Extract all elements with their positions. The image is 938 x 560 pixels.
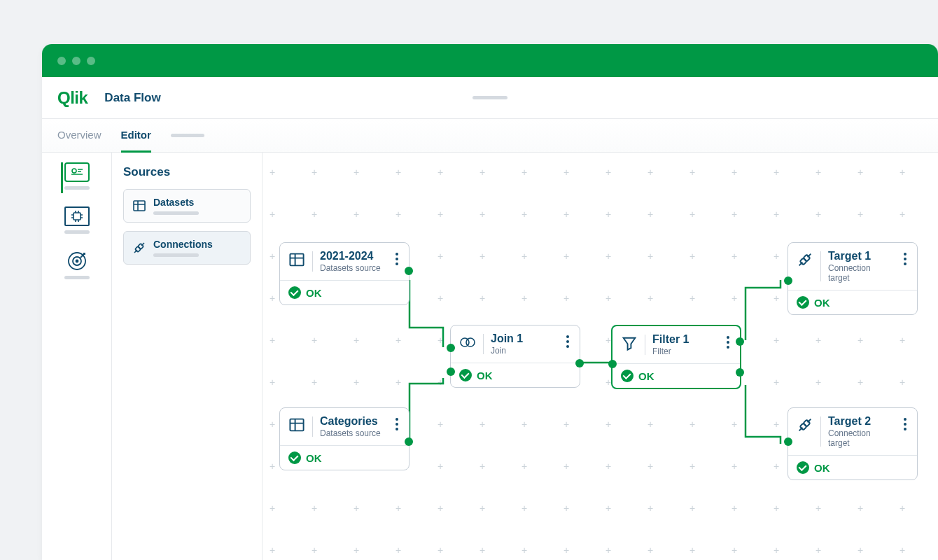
node-subtitle: Connection target bbox=[828, 428, 892, 448]
sidebar-item-connections[interactable]: Connections bbox=[123, 231, 251, 265]
svg-rect-9 bbox=[290, 419, 303, 431]
output-port[interactable] bbox=[405, 438, 413, 446]
input-port[interactable] bbox=[608, 360, 617, 368]
node-status: OK bbox=[306, 287, 322, 299]
filter-icon bbox=[621, 335, 638, 351]
node-title: 2021-2024 bbox=[320, 250, 384, 262]
ok-badge-icon bbox=[459, 369, 472, 382]
ok-badge-icon bbox=[621, 370, 634, 382]
node-status: OK bbox=[638, 370, 654, 382]
ok-badge-icon bbox=[797, 461, 809, 474]
table-icon bbox=[288, 251, 305, 268]
node-title: Categories bbox=[320, 415, 384, 428]
node-status: OK bbox=[814, 297, 830, 309]
svg-point-0 bbox=[72, 169, 76, 173]
node-menu-icon[interactable] bbox=[899, 415, 911, 430]
output-port[interactable] bbox=[405, 267, 413, 275]
input-port[interactable] bbox=[447, 368, 455, 376]
node-target-2[interactable]: Target 2 Connection target OK bbox=[788, 407, 918, 480]
plug-icon bbox=[797, 251, 813, 268]
ok-badge-icon bbox=[797, 296, 809, 309]
node-subtitle: Connection target bbox=[828, 263, 892, 283]
page-title: Data Flow bbox=[104, 91, 160, 105]
node-menu-icon[interactable] bbox=[391, 415, 403, 430]
flow-canvas[interactable]: ++++++++++++++++++++++++++++++++++++++++… bbox=[262, 153, 938, 560]
node-filter-1[interactable]: Filter 1 Filter OK bbox=[611, 325, 741, 389]
table-icon bbox=[132, 199, 146, 213]
node-status: OK bbox=[306, 452, 322, 464]
node-subtitle: Datasets source bbox=[320, 428, 384, 438]
svg-rect-8 bbox=[290, 254, 303, 266]
output-port[interactable] bbox=[575, 359, 584, 368]
tab-overview[interactable]: Overview bbox=[57, 119, 102, 153]
header-handle[interactable] bbox=[472, 96, 507, 99]
node-2021-2024[interactable]: 2021-2024 Datasets source OK bbox=[279, 242, 410, 305]
node-categories[interactable]: Categories Datasets source OK bbox=[279, 407, 410, 470]
tab-bar: Overview Editor bbox=[42, 119, 938, 153]
svg-rect-1 bbox=[74, 213, 80, 220]
sidebar-item-datasets[interactable]: Datasets bbox=[123, 189, 251, 223]
node-status: OK bbox=[477, 370, 493, 382]
node-title: Target 1 bbox=[828, 250, 892, 262]
input-port[interactable] bbox=[784, 276, 792, 285]
join-icon bbox=[459, 334, 476, 351]
ok-badge-icon bbox=[288, 451, 301, 464]
tab-editor[interactable]: Editor bbox=[121, 119, 151, 153]
target-icon bbox=[66, 251, 88, 272]
node-subtitle: Join bbox=[491, 346, 554, 356]
input-port[interactable] bbox=[447, 344, 455, 352]
node-status: OK bbox=[814, 462, 830, 474]
node-title: Target 2 bbox=[828, 415, 892, 428]
panel-title: Sources bbox=[123, 165, 251, 179]
node-title: Filter 1 bbox=[652, 333, 715, 346]
window-dot-2[interactable] bbox=[72, 57, 80, 65]
sources-tool[interactable] bbox=[61, 162, 93, 190]
app-window: Qlik Data Flow Overview Editor bbox=[42, 44, 938, 560]
node-join-1[interactable]: Join 1 Join OK bbox=[450, 325, 580, 388]
node-menu-icon[interactable] bbox=[391, 250, 403, 265]
window-dot-3[interactable] bbox=[87, 57, 95, 65]
sidebar-item-label: Connections bbox=[153, 239, 241, 250]
plug-icon bbox=[797, 416, 813, 433]
window-dot-1[interactable] bbox=[57, 57, 66, 65]
node-menu-icon[interactable] bbox=[561, 332, 574, 348]
plug-icon bbox=[132, 241, 146, 255]
node-subtitle: Filter bbox=[652, 346, 715, 356]
brand-logo: Qlik bbox=[57, 88, 88, 108]
tab-placeholder bbox=[171, 134, 204, 137]
side-panel: Sources Datasets Connections bbox=[112, 153, 262, 560]
chip-icon bbox=[70, 209, 84, 223]
sidebar-item-label: Datasets bbox=[153, 197, 241, 208]
node-subtitle: Datasets source bbox=[320, 263, 384, 273]
svg-point-11 bbox=[466, 338, 475, 346]
output-port[interactable] bbox=[736, 337, 744, 346]
table-icon bbox=[288, 416, 305, 433]
processor-tool[interactable] bbox=[61, 206, 93, 234]
svg-point-4 bbox=[76, 260, 78, 262]
tool-rail bbox=[42, 153, 112, 560]
titlebar bbox=[42, 44, 938, 77]
target-tool[interactable] bbox=[61, 251, 93, 279]
node-title: Join 1 bbox=[491, 332, 554, 345]
ok-badge-icon bbox=[288, 286, 301, 299]
node-menu-icon[interactable] bbox=[722, 333, 734, 349]
node-target-1[interactable]: Target 1 Connection target OK bbox=[788, 242, 918, 315]
brand-text: Qlik bbox=[57, 88, 88, 108]
node-menu-icon[interactable] bbox=[899, 250, 911, 265]
output-port[interactable] bbox=[736, 368, 744, 377]
app-header: Qlik Data Flow bbox=[42, 77, 938, 119]
sources-tool-icon bbox=[71, 167, 83, 177]
input-port[interactable] bbox=[784, 438, 792, 446]
svg-rect-5 bbox=[134, 201, 145, 211]
canvas-grid: ++++++++++++++++++++++++++++++++++++++++… bbox=[262, 153, 938, 560]
